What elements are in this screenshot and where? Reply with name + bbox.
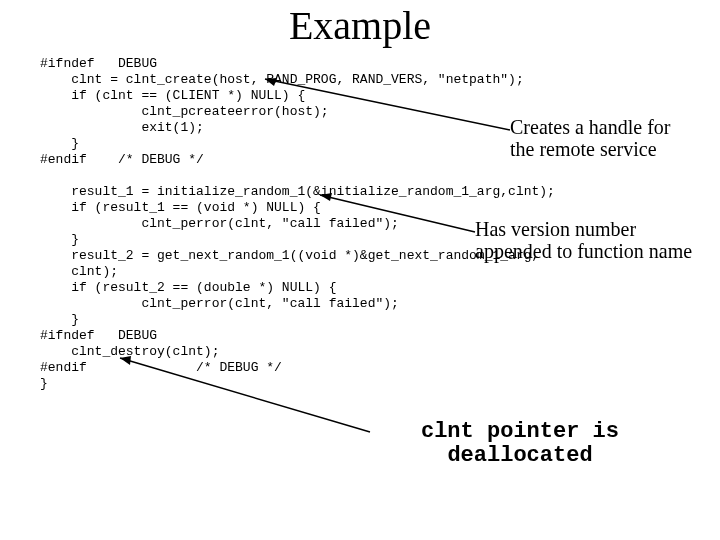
annotation-text: clnt pointer is [370,420,670,444]
annotation-text: deallocated [370,444,670,468]
svg-line-4 [120,358,370,432]
svg-marker-5 [120,356,131,365]
annotation-deallocated: clnt pointer is deallocated [370,420,670,468]
